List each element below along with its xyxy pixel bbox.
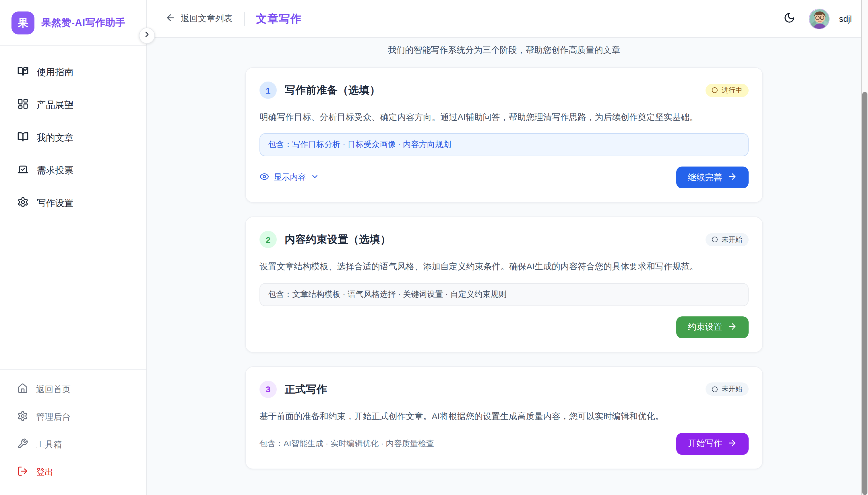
status-badge: 未开始 <box>706 233 749 246</box>
brand-logo: 果 <box>12 11 34 34</box>
main-content: 我们的智能写作系统分为三个阶段，帮助您创作高质量的文章 1 写作前准备（选填） … <box>147 38 861 495</box>
status-label: 进行中 <box>722 85 742 95</box>
dark-mode-toggle[interactable] <box>779 8 800 29</box>
button-label: 开始写作 <box>688 439 722 449</box>
status-label: 未开始 <box>722 235 742 245</box>
status-circle-icon <box>712 237 717 243</box>
card-footer: 包含：AI智能生成 · 实时编辑优化 · 内容质量检查 开始写作 <box>259 433 749 455</box>
topbar-right: sdjl <box>779 8 852 29</box>
topbar: 返回文章列表 文章写作 <box>147 0 868 38</box>
step-number: 1 <box>259 82 277 99</box>
topbar-divider <box>244 12 245 25</box>
card-description: 基于前面的准备和约束，开始正式创作文章。AI将根据您的设置生成高质量内容，您可以… <box>259 409 749 423</box>
status-badge: 未开始 <box>706 382 749 396</box>
sidebar-item-roadmap[interactable]: 产品展望 <box>7 92 139 118</box>
page-title: 文章写作 <box>256 11 302 26</box>
brand-name: 果然赞-AI写作助手 <box>41 16 125 29</box>
arrow-left-icon <box>165 13 176 25</box>
status-badge: 进行中 <box>706 84 749 97</box>
scrollbar-thumb[interactable] <box>862 92 867 495</box>
logout-icon <box>17 466 28 478</box>
arrow-right-icon <box>727 438 737 450</box>
sidebar-item-writing-settings[interactable]: 写作设置 <box>7 191 139 216</box>
sidebar-item-vote[interactable]: 需求投票 <box>7 158 139 183</box>
sidebar-collapse-button[interactable] <box>139 28 155 44</box>
sidebar-item-label: 使用指南 <box>37 66 73 79</box>
card-title: 正式写作 <box>285 382 327 396</box>
card-header: 1 写作前准备（选填） 进行中 <box>259 82 749 99</box>
status-circle-icon <box>712 87 717 93</box>
sidebar-header: 果 果然赞-AI写作助手 <box>0 0 146 46</box>
vertical-scrollbar <box>861 0 868 495</box>
intro-text: 我们的智能写作系统分为三个阶段，帮助您创作高质量的文章 <box>147 45 861 56</box>
card-stage-3: 3 正式写作 未开始 基于前面的准备和约束，开始正式创作文章。AI将根据您的设置… <box>245 366 763 469</box>
sidebar-item-admin[interactable]: 管理后台 <box>7 406 139 428</box>
card-stage-2: 2 内容约束设置（选填） 未开始 设置文章结构模板、选择合适的语气风格、添加自定… <box>245 217 763 353</box>
eye-icon <box>259 172 269 184</box>
card-description: 明确写作目标、分析目标受众、确定内容方向。通过AI辅助问答，帮助您理清写作思路，… <box>259 110 749 124</box>
username: sdjl <box>839 14 852 23</box>
constraint-settings-button[interactable]: 约束设置 <box>676 316 749 338</box>
logout-button[interactable]: 登出 <box>7 461 139 483</box>
sidebar-item-guide[interactable]: 使用指南 <box>7 60 139 85</box>
back-link-label: 返回文章列表 <box>181 13 232 24</box>
arrow-right-icon <box>727 321 737 333</box>
step-number: 2 <box>259 231 277 249</box>
includes-text: 包含：AI智能生成 · 实时编辑优化 · 内容质量检查 <box>259 439 434 449</box>
card-title: 内容约束设置（选填） <box>285 233 391 246</box>
sidebar: 果 果然赞-AI写作助手 使用指南 产品展望 我的文章 需求投票 写作 <box>0 0 147 495</box>
sidebar-item-label: 登出 <box>36 466 53 477</box>
sidebar-item-back-home[interactable]: 返回首页 <box>7 378 139 401</box>
button-label: 继续完善 <box>688 172 722 183</box>
card-footer: 约束设置 <box>259 316 749 338</box>
button-label: 约束设置 <box>688 322 722 332</box>
sidebar-footer: 返回首页 管理后台 工具箱 登出 <box>0 369 146 495</box>
settings-icon <box>17 197 29 210</box>
moon-icon <box>784 12 795 25</box>
sidebar-item-label: 需求投票 <box>37 165 73 176</box>
show-content-toggle[interactable]: 显示内容 <box>259 172 319 184</box>
book-check-icon <box>17 66 29 79</box>
sidebar-item-label: 产品展望 <box>37 99 73 111</box>
gear-icon <box>17 411 28 423</box>
sidebar-item-label: 返回首页 <box>36 384 71 395</box>
sidebar-item-toolbox[interactable]: 工具箱 <box>7 433 139 456</box>
arrow-right-icon <box>727 172 737 184</box>
sidebar-item-label: 工具箱 <box>36 439 62 450</box>
start-writing-button[interactable]: 开始写作 <box>676 433 749 455</box>
layout-grid-icon <box>17 98 29 112</box>
continue-refine-button[interactable]: 继续完善 <box>676 167 749 189</box>
card-header: 2 内容约束设置（选填） 未开始 <box>259 231 749 249</box>
sidebar-item-label: 写作设置 <box>37 197 73 209</box>
chevron-right-icon <box>142 30 152 41</box>
back-to-article-list-link[interactable]: 返回文章列表 <box>165 13 232 25</box>
card-footer: 显示内容 继续完善 <box>259 167 749 189</box>
status-circle-icon <box>712 386 717 392</box>
step-number: 3 <box>259 380 277 398</box>
sidebar-nav: 使用指南 产品展望 我的文章 需求投票 写作设置 <box>0 46 146 216</box>
book-open-icon <box>17 131 29 145</box>
status-label: 未开始 <box>722 384 742 394</box>
avatar[interactable] <box>809 8 830 29</box>
sidebar-item-my-articles[interactable]: 我的文章 <box>7 125 139 151</box>
show-content-label: 显示内容 <box>274 173 306 183</box>
includes-box: 包含：文章结构模板 · 语气风格选择 · 关键词设置 · 自定义约束规则 <box>259 283 749 306</box>
card-title: 写作前准备（选填） <box>285 83 380 97</box>
card-description: 设置文章结构模板、选择合适的语气风格、添加自定义约束条件。确保AI生成的内容符合… <box>259 260 749 273</box>
includes-box: 包含：写作目标分析 · 目标受众画像 · 内容方向规划 <box>259 134 749 156</box>
wrench-icon <box>17 438 28 451</box>
sidebar-item-label: 管理后台 <box>36 411 71 422</box>
card-header: 3 正式写作 未开始 <box>259 380 749 398</box>
card-stage-1: 1 写作前准备（选填） 进行中 明确写作目标、分析目标受众、确定内容方向。通过A… <box>245 67 763 203</box>
chevron-down-icon <box>311 173 319 183</box>
sidebar-item-label: 我的文章 <box>37 132 73 144</box>
app-root: 果 果然赞-AI写作助手 使用指南 产品展望 我的文章 需求投票 写作 <box>0 0 868 495</box>
home-icon <box>17 383 28 396</box>
stage-cards: 1 写作前准备（选填） 进行中 明确写作目标、分析目标受众、确定内容方向。通过A… <box>245 67 763 469</box>
vote-icon <box>17 164 29 177</box>
